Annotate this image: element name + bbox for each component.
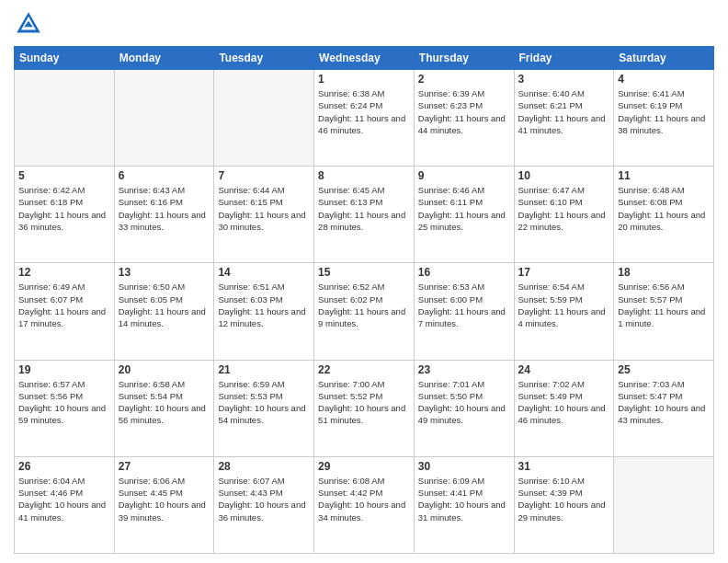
day-info: Sunrise: 6:39 AMSunset: 6:23 PMDaylight:…: [418, 87, 510, 136]
day-info: Sunrise: 6:56 AMSunset: 5:57 PMDaylight:…: [618, 281, 710, 329]
day-cell: 19Sunrise: 6:57 AMSunset: 5:56 PMDayligh…: [15, 360, 115, 456]
day-number: 15: [318, 266, 410, 279]
day-cell: 9Sunrise: 6:46 AMSunset: 6:11 PMDaylight…: [414, 167, 514, 263]
day-number: 30: [418, 460, 510, 473]
day-number: 2: [418, 73, 510, 86]
day-number: 6: [119, 169, 210, 182]
day-cell: 28Sunrise: 6:07 AMSunset: 4:43 PMDayligh…: [214, 456, 314, 553]
day-number: 3: [518, 73, 610, 86]
day-info: Sunrise: 6:53 AMSunset: 6:00 PMDaylight:…: [418, 281, 510, 329]
day-number: 10: [518, 169, 610, 182]
day-cell: 17Sunrise: 6:54 AMSunset: 5:59 PMDayligh…: [514, 263, 614, 360]
day-cell: 27Sunrise: 6:06 AMSunset: 4:45 PMDayligh…: [114, 456, 214, 553]
day-info: Sunrise: 6:54 AMSunset: 5:59 PMDaylight:…: [518, 281, 610, 329]
day-number: 20: [119, 363, 210, 376]
day-info: Sunrise: 6:45 AMSunset: 6:13 PMDaylight:…: [318, 184, 410, 233]
day-info: Sunrise: 6:58 AMSunset: 5:54 PMDaylight:…: [119, 378, 210, 427]
day-number: 16: [418, 266, 510, 279]
day-info: Sunrise: 6:59 AMSunset: 5:53 PMDaylight:…: [218, 378, 310, 427]
day-number: 27: [119, 460, 210, 473]
day-cell: 15Sunrise: 6:52 AMSunset: 6:02 PMDayligh…: [314, 263, 415, 360]
day-cell: [214, 70, 314, 167]
day-cell: 2Sunrise: 6:39 AMSunset: 6:23 PMDaylight…: [414, 70, 514, 167]
weekday-header-row: SundayMondayTuesdayWednesdayThursdayFrid…: [15, 47, 714, 70]
logo-icon: [14, 9, 43, 39]
day-number: 5: [18, 169, 110, 182]
week-row-2: 5Sunrise: 6:42 AMSunset: 6:18 PMDaylight…: [15, 167, 714, 263]
day-cell: 8Sunrise: 6:45 AMSunset: 6:13 PMDaylight…: [314, 167, 415, 263]
day-info: Sunrise: 7:03 AMSunset: 5:47 PMDaylight:…: [618, 378, 710, 427]
day-number: 11: [618, 169, 710, 182]
day-cell: 13Sunrise: 6:50 AMSunset: 6:05 PMDayligh…: [114, 263, 214, 360]
day-cell: 16Sunrise: 6:53 AMSunset: 6:00 PMDayligh…: [414, 263, 514, 360]
day-cell: 30Sunrise: 6:09 AMSunset: 4:41 PMDayligh…: [414, 456, 514, 553]
day-info: Sunrise: 6:47 AMSunset: 6:10 PMDaylight:…: [518, 184, 610, 233]
day-number: 14: [218, 266, 310, 279]
day-number: 25: [618, 363, 710, 376]
day-number: 8: [318, 169, 410, 182]
weekday-header-tuesday: Tuesday: [214, 47, 314, 70]
day-cell: 29Sunrise: 6:08 AMSunset: 4:42 PMDayligh…: [314, 456, 415, 553]
day-cell: 7Sunrise: 6:44 AMSunset: 6:15 PMDaylight…: [214, 167, 314, 263]
day-cell: 22Sunrise: 7:00 AMSunset: 5:52 PMDayligh…: [314, 360, 415, 456]
day-number: 28: [218, 460, 310, 473]
day-info: Sunrise: 6:46 AMSunset: 6:11 PMDaylight:…: [418, 184, 510, 233]
week-row-3: 12Sunrise: 6:49 AMSunset: 6:07 PMDayligh…: [15, 263, 714, 360]
day-cell: [114, 70, 214, 167]
day-info: Sunrise: 7:00 AMSunset: 5:52 PMDaylight:…: [318, 378, 410, 427]
day-number: 13: [119, 266, 210, 279]
header: [14, 9, 714, 39]
day-cell: 10Sunrise: 6:47 AMSunset: 6:10 PMDayligh…: [514, 167, 614, 263]
day-cell: [15, 70, 115, 167]
day-cell: 12Sunrise: 6:49 AMSunset: 6:07 PMDayligh…: [15, 263, 115, 360]
day-number: 4: [618, 73, 710, 86]
day-number: 9: [418, 169, 510, 182]
day-info: Sunrise: 6:44 AMSunset: 6:15 PMDaylight:…: [218, 184, 310, 233]
day-info: Sunrise: 6:52 AMSunset: 6:02 PMDaylight:…: [318, 281, 410, 329]
day-cell: 14Sunrise: 6:51 AMSunset: 6:03 PMDayligh…: [214, 263, 314, 360]
day-info: Sunrise: 6:57 AMSunset: 5:56 PMDaylight:…: [18, 378, 110, 427]
day-cell: 20Sunrise: 6:58 AMSunset: 5:54 PMDayligh…: [114, 360, 214, 456]
day-info: Sunrise: 6:40 AMSunset: 6:21 PMDaylight:…: [518, 87, 610, 136]
day-cell: 6Sunrise: 6:43 AMSunset: 6:16 PMDaylight…: [114, 167, 214, 263]
logo: [14, 9, 47, 39]
day-info: Sunrise: 6:49 AMSunset: 6:07 PMDaylight:…: [18, 281, 110, 329]
day-number: 18: [618, 266, 710, 279]
day-cell: 3Sunrise: 6:40 AMSunset: 6:21 PMDaylight…: [514, 70, 614, 167]
day-info: Sunrise: 6:51 AMSunset: 6:03 PMDaylight:…: [218, 281, 310, 329]
day-cell: 26Sunrise: 6:04 AMSunset: 4:46 PMDayligh…: [15, 456, 115, 553]
day-info: Sunrise: 6:09 AMSunset: 4:41 PMDaylight:…: [418, 475, 510, 523]
day-number: 24: [518, 363, 610, 376]
day-number: 29: [318, 460, 410, 473]
day-info: Sunrise: 6:48 AMSunset: 6:08 PMDaylight:…: [618, 184, 710, 233]
day-info: Sunrise: 7:02 AMSunset: 5:49 PMDaylight:…: [518, 378, 610, 427]
day-cell: 21Sunrise: 6:59 AMSunset: 5:53 PMDayligh…: [214, 360, 314, 456]
day-info: Sunrise: 6:42 AMSunset: 6:18 PMDaylight:…: [18, 184, 110, 233]
day-cell: 11Sunrise: 6:48 AMSunset: 6:08 PMDayligh…: [614, 167, 714, 263]
day-number: 1: [318, 73, 410, 86]
calendar-table: SundayMondayTuesdayWednesdayThursdayFrid…: [14, 46, 714, 554]
day-cell: 24Sunrise: 7:02 AMSunset: 5:49 PMDayligh…: [514, 360, 614, 456]
weekday-header-sunday: Sunday: [15, 47, 115, 70]
day-info: Sunrise: 6:04 AMSunset: 4:46 PMDaylight:…: [18, 475, 110, 523]
day-cell: [614, 456, 714, 553]
day-number: 7: [218, 169, 310, 182]
day-info: Sunrise: 6:43 AMSunset: 6:16 PMDaylight:…: [119, 184, 210, 233]
day-cell: 18Sunrise: 6:56 AMSunset: 5:57 PMDayligh…: [614, 263, 714, 360]
page: SundayMondayTuesdayWednesdayThursdayFrid…: [0, 0, 728, 563]
day-number: 26: [18, 460, 110, 473]
week-row-4: 19Sunrise: 6:57 AMSunset: 5:56 PMDayligh…: [15, 360, 714, 456]
day-cell: 5Sunrise: 6:42 AMSunset: 6:18 PMDaylight…: [15, 167, 115, 263]
day-info: Sunrise: 6:06 AMSunset: 4:45 PMDaylight:…: [119, 475, 210, 523]
day-cell: 1Sunrise: 6:38 AMSunset: 6:24 PMDaylight…: [314, 70, 415, 167]
day-number: 12: [18, 266, 110, 279]
day-number: 22: [318, 363, 410, 376]
weekday-header-monday: Monday: [114, 47, 214, 70]
day-info: Sunrise: 6:41 AMSunset: 6:19 PMDaylight:…: [618, 87, 710, 136]
day-number: 23: [418, 363, 510, 376]
day-cell: 23Sunrise: 7:01 AMSunset: 5:50 PMDayligh…: [414, 360, 514, 456]
day-number: 19: [18, 363, 110, 376]
day-number: 17: [518, 266, 610, 279]
day-cell: 25Sunrise: 7:03 AMSunset: 5:47 PMDayligh…: [614, 360, 714, 456]
day-info: Sunrise: 7:01 AMSunset: 5:50 PMDaylight:…: [418, 378, 510, 427]
